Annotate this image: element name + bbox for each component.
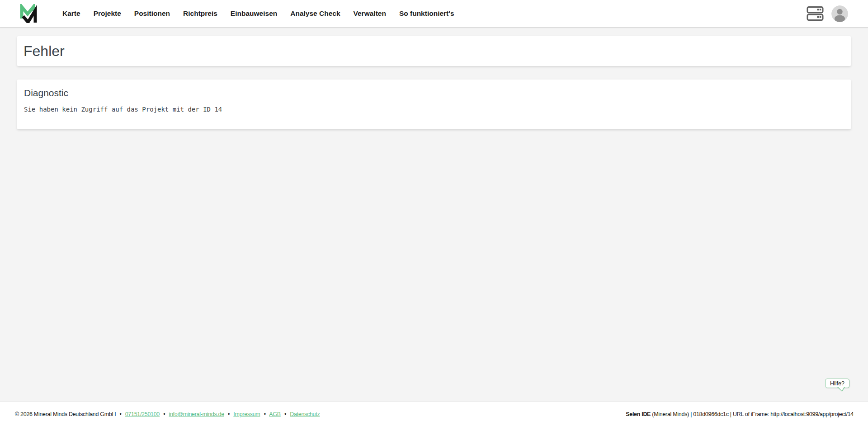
user-avatar-icon[interactable]: [831, 5, 848, 22]
footer-link-email[interactable]: info@mineral-minds.de: [169, 411, 224, 417]
footer-separator: •: [163, 411, 165, 417]
footer-link-phone[interactable]: 07151/250100: [125, 411, 160, 417]
footer-separator: •: [228, 411, 230, 417]
mineral-minds-logo-icon[interactable]: [20, 4, 38, 23]
diagnostic-heading: Diagnostic: [24, 88, 844, 98]
page-footer: © 2026 Mineral Minds Deutschland GmbH • …: [0, 402, 868, 426]
system-app-name: Selen IDE: [626, 411, 651, 417]
error-title-panel: Fehler: [17, 36, 851, 66]
storage-icon[interactable]: [807, 6, 824, 21]
main-navigation: Karte Projekte Positionen Richtpreis Ein…: [62, 9, 454, 18]
nav-item-einbauweisen[interactable]: Einbauweisen: [231, 9, 277, 18]
footer-separator: •: [284, 411, 286, 417]
footer-separator: •: [119, 411, 121, 417]
footer-system-info: Selen IDE (Mineral Minds) | 018d0966dc1c…: [626, 411, 854, 417]
footer-link-impressum[interactable]: Impressum: [233, 411, 260, 417]
footer-separator: •: [264, 411, 266, 417]
copyright-text: © 2026 Mineral Minds Deutschland GmbH: [15, 411, 116, 417]
top-navbar: Karte Projekte Positionen Richtpreis Ein…: [0, 0, 868, 28]
nav-item-projekte[interactable]: Projekte: [94, 9, 121, 18]
diagnostic-panel: Diagnostic Sie haben kein Zugriff auf da…: [17, 80, 851, 129]
nav-item-so-funktionierts[interactable]: So funktioniert's: [399, 9, 454, 18]
system-details: (Mineral Minds) | 018d0966dc1c | URL of …: [651, 411, 854, 417]
footer-link-datenschutz[interactable]: Datenschutz: [290, 411, 320, 417]
nav-item-richtpreis[interactable]: Richtpreis: [183, 9, 217, 18]
content-area: Fehler Diagnostic Sie haben kein Zugriff…: [0, 28, 868, 402]
help-button-label: Hilfe?: [830, 380, 844, 387]
nav-item-karte[interactable]: Karte: [62, 9, 80, 18]
help-button[interactable]: Hilfe?: [825, 379, 849, 388]
nav-item-positionen[interactable]: Positionen: [134, 9, 170, 18]
diagnostic-message: Sie haben kein Zugriff auf das Projekt m…: [24, 106, 844, 113]
footer-link-agb[interactable]: AGB: [269, 411, 281, 417]
footer-company-info: © 2026 Mineral Minds Deutschland GmbH • …: [15, 411, 320, 417]
nav-item-verwalten[interactable]: Verwalten: [354, 9, 386, 18]
page-title: Fehler: [24, 43, 65, 60]
nav-item-analyse-check[interactable]: Analyse Check: [290, 9, 340, 18]
header-actions: [807, 5, 848, 22]
